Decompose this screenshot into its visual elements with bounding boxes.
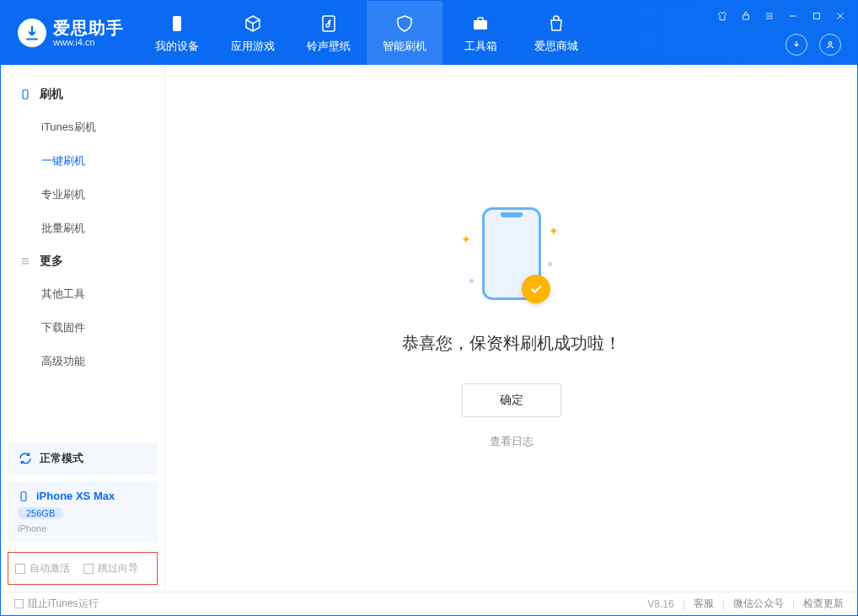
tab-store[interactable]: 爱思商城: [518, 1, 594, 65]
device-name: iPhone XS Max: [36, 490, 115, 502]
refresh-icon: [18, 451, 33, 466]
logo-area: 爱思助手 www.i4.cn: [1, 19, 139, 47]
dot-icon: [469, 279, 474, 283]
tab-ringtones[interactable]: 铃声壁纸: [291, 1, 367, 65]
check-update-link[interactable]: 检查更新: [803, 597, 844, 611]
highlighted-options: 自动激活 跳过向导: [8, 552, 158, 585]
success-message: 恭喜您，保资料刷机成功啦！: [402, 332, 621, 355]
version-label: V8.16: [647, 598, 673, 610]
sidebar-group-more: 更多: [1, 245, 164, 277]
tab-label: 应用游戏: [231, 39, 275, 54]
phone-icon: [167, 12, 187, 35]
checkbox-auto-activate[interactable]: 自动激活: [15, 561, 70, 576]
dot-icon: [548, 262, 552, 266]
bag-icon: [546, 12, 566, 35]
checkbox-icon: [83, 564, 94, 574]
app-subtitle: www.i4.cn: [53, 37, 124, 47]
svg-rect-3: [743, 15, 749, 19]
checkbox-label: 阻止iTunes运行: [28, 597, 99, 611]
tab-label: 智能刷机: [383, 39, 426, 54]
music-icon: [319, 12, 339, 35]
shield-icon: [394, 12, 415, 35]
header-bar: 爱思助手 www.i4.cn 我的设备 应用游戏 铃声壁纸 智能刷机 工具箱 爱…: [1, 1, 857, 65]
phone-icon: [18, 490, 29, 502]
tab-label: 铃声壁纸: [307, 39, 351, 54]
window-controls: [713, 7, 850, 25]
svg-rect-4: [814, 13, 820, 19]
download-icon[interactable]: [786, 34, 807, 56]
check-badge-icon: [522, 275, 550, 303]
success-illustration: ✦ ✦: [444, 207, 579, 308]
sidebar-item-pro-flash[interactable]: 专业刷机: [1, 178, 164, 212]
cube-icon: [243, 12, 263, 35]
checkbox-label: 跳过向导: [98, 561, 138, 576]
app-title: 爱思助手: [53, 19, 124, 37]
sidebar-item-download-firmware[interactable]: 下载固件: [1, 311, 164, 345]
status-bar: 阻止iTunes运行 V8.16 | 客服 | 微信公众号 | 检查更新: [1, 592, 857, 615]
svg-rect-7: [21, 491, 26, 501]
close-button[interactable]: [831, 7, 850, 25]
device-capacity: 256GB: [18, 507, 63, 519]
sidebar-group-flash: 刷机: [1, 78, 164, 110]
sidebar-item-other-tools[interactable]: 其他工具: [1, 277, 164, 311]
shirt-icon[interactable]: [713, 7, 732, 25]
tab-label: 我的设备: [155, 39, 199, 54]
checkbox-icon: [14, 599, 24, 608]
mode-label: 正常模式: [40, 451, 83, 466]
sparkle-icon: ✦: [549, 224, 559, 238]
device-card[interactable]: iPhone XS Max 256GB iPhone: [8, 481, 158, 542]
sidebar: 刷机 iTunes刷机 一键刷机 专业刷机 批量刷机 更多 其他工具 下载固件 …: [1, 65, 165, 592]
device-type: iPhone: [18, 523, 147, 533]
user-icon[interactable]: [819, 34, 841, 56]
svg-rect-2: [474, 20, 487, 29]
group-title: 刷机: [40, 87, 63, 102]
checkbox-skip-guide[interactable]: 跳过向导: [83, 561, 138, 576]
sparkle-icon: ✦: [461, 233, 471, 246]
sidebar-item-advanced[interactable]: 高级功能: [1, 345, 164, 378]
sidebar-item-itunes-flash[interactable]: iTunes刷机: [1, 110, 164, 144]
wechat-link[interactable]: 微信公众号: [733, 597, 784, 611]
svg-point-5: [829, 42, 832, 46]
tab-label: 爱思商城: [534, 39, 578, 54]
tab-toolbox[interactable]: 工具箱: [442, 1, 518, 65]
tab-flash[interactable]: 智能刷机: [367, 1, 442, 65]
view-log-link[interactable]: 查看日志: [490, 434, 534, 449]
menu-icon[interactable]: [760, 7, 779, 25]
minimize-button[interactable]: [784, 7, 802, 25]
briefcase-icon: [470, 12, 491, 35]
content-area: ✦ ✦ 恭喜您，保资料刷机成功啦！ 确定 查看日志: [165, 65, 857, 592]
checkbox-block-itunes[interactable]: 阻止iTunes运行: [14, 597, 99, 611]
maximize-button[interactable]: [807, 7, 826, 25]
svg-rect-6: [23, 90, 28, 99]
nav-tabs: 我的设备 应用游戏 铃声壁纸 智能刷机 工具箱 爱思商城: [139, 1, 594, 65]
support-link[interactable]: 客服: [694, 597, 714, 611]
tab-label: 工具箱: [464, 39, 497, 54]
checkbox-icon: [15, 564, 25, 574]
checkbox-label: 自动激活: [29, 561, 70, 576]
app-logo-icon: [18, 19, 46, 47]
phone-icon: [19, 88, 31, 100]
group-title: 更多: [40, 254, 63, 269]
lock-icon[interactable]: [737, 7, 755, 25]
header-right-icons: [786, 34, 841, 56]
list-icon: [19, 255, 31, 267]
svg-rect-0: [173, 16, 181, 31]
ok-button[interactable]: 确定: [462, 383, 561, 417]
tab-apps[interactable]: 应用游戏: [215, 1, 291, 65]
mode-card[interactable]: 正常模式: [8, 442, 158, 474]
tab-my-device[interactable]: 我的设备: [139, 1, 215, 65]
sidebar-item-oneclick-flash[interactable]: 一键刷机: [1, 144, 164, 178]
sidebar-item-batch-flash[interactable]: 批量刷机: [1, 212, 164, 245]
